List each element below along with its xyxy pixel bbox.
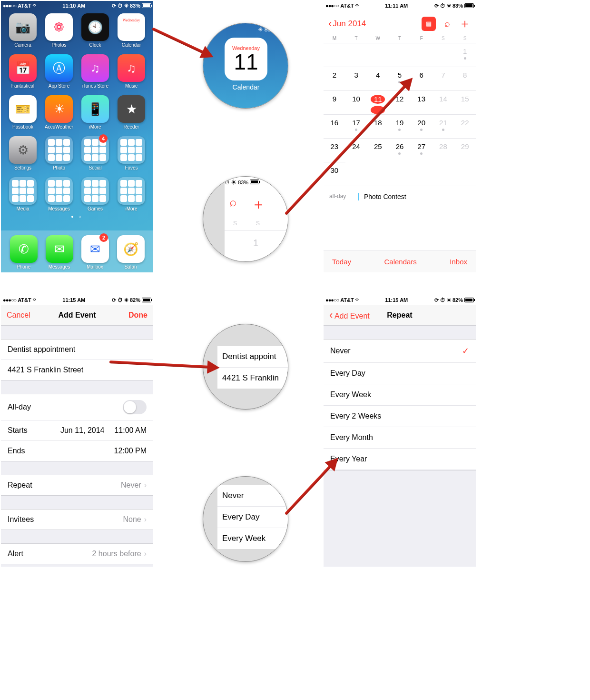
day-cell[interactable]: 1 bbox=[454, 43, 476, 67]
day-cell[interactable]: 28 bbox=[433, 138, 454, 162]
allday-switch[interactable] bbox=[123, 400, 147, 414]
done-button[interactable]: Done bbox=[128, 311, 148, 320]
app-label: iMore bbox=[125, 206, 137, 211]
app-imore[interactable]: iMore bbox=[114, 177, 148, 211]
app-games[interactable]: Games bbox=[78, 177, 112, 211]
app-icon bbox=[118, 136, 145, 164]
callout-event-title: Dentist appoint 4421 S Franklin bbox=[203, 324, 288, 410]
weekday-label: S bbox=[433, 36, 454, 41]
repeat-option[interactable]: Every Year bbox=[324, 449, 476, 470]
calendars-button[interactable]: Calendars bbox=[384, 258, 416, 266]
app-label: Photos bbox=[51, 42, 66, 48]
day-cell[interactable]: 12 bbox=[389, 90, 411, 114]
day-cell[interactable]: 7 bbox=[433, 67, 454, 90]
repeat-option[interactable]: Every 2 Weeks bbox=[324, 406, 476, 427]
day-cell[interactable] bbox=[367, 43, 389, 67]
today-button[interactable]: Today bbox=[332, 258, 351, 266]
day-cell[interactable] bbox=[324, 43, 345, 67]
day-cell[interactable]: 18 bbox=[367, 114, 389, 138]
day-cell[interactable]: 26 bbox=[389, 138, 411, 162]
app-app-store[interactable]: ⒶApp Store bbox=[42, 54, 76, 89]
app-camera[interactable]: 📷Camera bbox=[6, 13, 40, 48]
add-event-button[interactable]: ＋ bbox=[459, 15, 471, 32]
invitees-row[interactable]: Invitees None› bbox=[1, 510, 153, 530]
day-cell[interactable]: 27 bbox=[411, 138, 433, 162]
app-photo[interactable]: Photo bbox=[42, 136, 76, 170]
app-label: Social bbox=[88, 165, 101, 170]
app-clock[interactable]: 🕙Clock bbox=[78, 13, 112, 48]
allday-row[interactable]: All-day bbox=[1, 394, 153, 420]
app-safari[interactable]: 🧭Safari bbox=[113, 235, 148, 270]
event-time: all-day bbox=[329, 193, 358, 200]
day-cell[interactable]: 19 bbox=[389, 114, 411, 138]
repeat-option[interactable]: Every Month bbox=[324, 427, 476, 449]
day-cell[interactable]: 3 bbox=[345, 67, 367, 90]
app-fantastical[interactable]: 📅Fantastical bbox=[6, 54, 40, 89]
search-button[interactable]: ⌕ bbox=[444, 18, 450, 29]
app-media[interactable]: Media bbox=[6, 177, 40, 211]
app-icon: Wednesday11 bbox=[118, 13, 145, 41]
chevron-right-icon: › bbox=[144, 481, 147, 490]
day-cell[interactable] bbox=[411, 43, 433, 67]
app-phone[interactable]: ✆Phone bbox=[6, 235, 41, 270]
day-cell[interactable]: 23 bbox=[324, 138, 345, 162]
back-button[interactable]: ‹ Jun 2014 bbox=[328, 18, 366, 30]
chevron-left-icon: ‹ bbox=[328, 18, 332, 30]
day-cell[interactable]: 13 bbox=[411, 90, 433, 114]
day-cell[interactable]: 17 bbox=[345, 114, 367, 138]
day-cell[interactable] bbox=[433, 43, 454, 67]
repeat-row[interactable]: Repeat Never› bbox=[1, 475, 153, 495]
repeat-option[interactable]: Every Week bbox=[324, 384, 476, 406]
app-photos[interactable]: ❁Photos bbox=[42, 13, 76, 48]
day-cell[interactable]: 25 bbox=[367, 138, 389, 162]
day-cell[interactable]: 22 bbox=[454, 114, 476, 138]
alert-row[interactable]: Alert 2 hours before› bbox=[1, 544, 153, 564]
app-calendar[interactable]: Wednesday11Calendar bbox=[114, 13, 148, 48]
ends-row[interactable]: Ends 12:00 PM bbox=[1, 440, 153, 461]
app-passbook[interactable]: 🎫Passbook bbox=[6, 95, 40, 130]
app-reeder[interactable]: ★Reeder bbox=[114, 95, 148, 130]
day-cell[interactable]: 24 bbox=[345, 138, 367, 162]
day-cell[interactable]: 2 bbox=[324, 67, 345, 90]
day-cell[interactable]: 11 bbox=[367, 90, 389, 114]
inbox-button[interactable]: Inbox bbox=[450, 258, 467, 266]
starts-row[interactable]: Starts Jun 11, 2014 11:00 AM bbox=[1, 420, 153, 440]
day-cell[interactable]: 6 bbox=[411, 67, 433, 90]
day-cell[interactable]: 10 bbox=[345, 90, 367, 114]
day-cell[interactable]: 16 bbox=[324, 114, 345, 138]
app-social[interactable]: 4Social bbox=[78, 136, 112, 170]
day-cell[interactable]: 15 bbox=[454, 90, 476, 114]
back-button[interactable]: ‹ Add Event bbox=[329, 309, 370, 321]
app-itunes-store[interactable]: ♫iTunes Store bbox=[78, 54, 112, 89]
day-cell[interactable]: 21 bbox=[433, 114, 454, 138]
app-music[interactable]: ♫Music bbox=[114, 54, 148, 89]
check-icon: ✓ bbox=[462, 346, 469, 356]
app-messages[interactable]: ✉Messages bbox=[41, 235, 77, 270]
title-input[interactable]: Dentist appointment bbox=[1, 340, 153, 360]
event-row[interactable]: all-day Photo Contest bbox=[324, 186, 476, 207]
day-cell[interactable] bbox=[345, 43, 367, 67]
cancel-button[interactable]: Cancel bbox=[7, 311, 30, 320]
app-messages[interactable]: Messages bbox=[42, 177, 76, 211]
day-cell[interactable]: 8 bbox=[454, 67, 476, 90]
app-icon bbox=[118, 177, 145, 205]
view-toggle-button[interactable]: ▤ bbox=[422, 17, 436, 31]
search-icon: ⌕ bbox=[229, 195, 237, 214]
day-cell[interactable]: 9 bbox=[324, 90, 345, 114]
day-cell[interactable]: 4 bbox=[367, 67, 389, 90]
app-imore[interactable]: 📱iMore bbox=[78, 95, 112, 130]
day-cell[interactable]: 14 bbox=[433, 90, 454, 114]
repeat-option[interactable]: Every Day bbox=[324, 363, 476, 384]
day-cell[interactable]: 20 bbox=[411, 114, 433, 138]
day-cell[interactable]: 30 bbox=[324, 162, 345, 186]
app-faves[interactable]: Faves bbox=[114, 136, 148, 170]
location-input[interactable]: 4421 S Franklin Street bbox=[1, 360, 153, 380]
day-cell[interactable]: 29 bbox=[454, 138, 476, 162]
app-settings[interactable]: ⚙Settings bbox=[6, 136, 40, 170]
app-accuweather[interactable]: ☀AccuWeather bbox=[42, 95, 76, 130]
day-cell[interactable]: 5 bbox=[389, 67, 411, 90]
repeat-option[interactable]: Never✓ bbox=[324, 340, 476, 363]
app-mailbox[interactable]: ✉2Mailbox bbox=[77, 235, 113, 270]
app-icon bbox=[9, 177, 37, 205]
day-cell[interactable] bbox=[389, 43, 411, 67]
